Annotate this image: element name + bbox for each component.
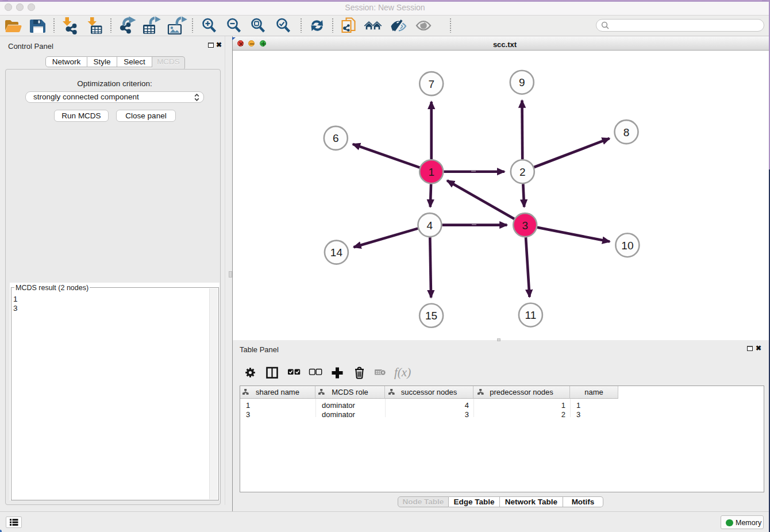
svg-text:10: 10 — [621, 240, 633, 252]
svg-text:4: 4 — [427, 219, 433, 232]
svg-text:7: 7 — [428, 78, 434, 90]
svg-text:3: 3 — [522, 219, 528, 232]
svg-text:8: 8 — [623, 126, 630, 138]
svg-text:6: 6 — [333, 132, 339, 144]
svg-text:f(x): f(x) — [394, 365, 411, 379]
svg-text:2: 2 — [519, 166, 526, 178]
svg-text:15: 15 — [425, 310, 437, 322]
svg-text:1: 1 — [428, 166, 434, 178]
svg-text:9: 9 — [519, 76, 525, 88]
svg-text:14: 14 — [330, 246, 343, 259]
svg-text:11: 11 — [525, 309, 537, 321]
